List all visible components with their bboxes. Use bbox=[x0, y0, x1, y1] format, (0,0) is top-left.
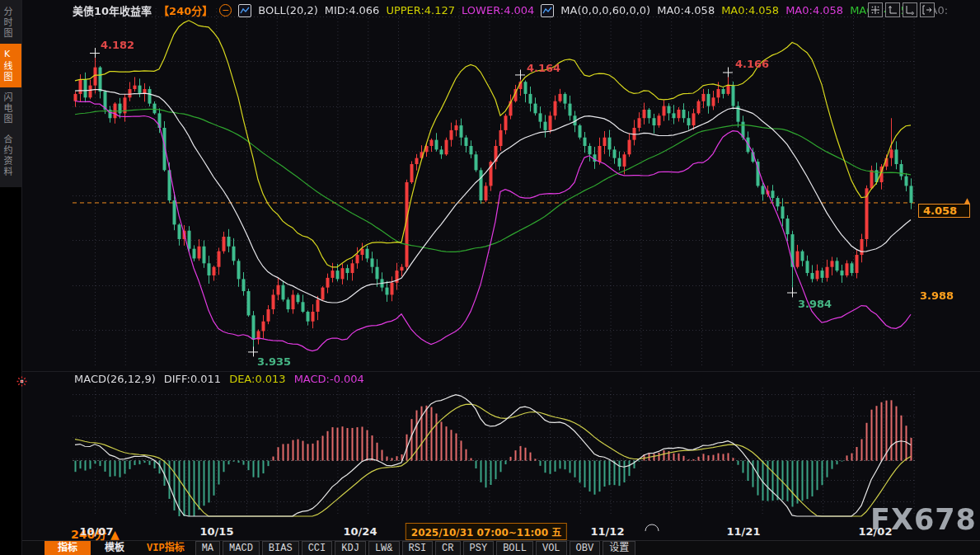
toolbar-item-PSY[interactable]: PSY bbox=[463, 541, 495, 555]
toolbar-item-模板[interactable]: 模板 bbox=[93, 541, 136, 555]
extreme-price-annotation: 3.984 bbox=[798, 298, 832, 310]
extreme-price-annotation: 4.182 bbox=[101, 39, 134, 51]
ma0-yellow-value: MA0:4.058 bbox=[721, 4, 779, 16]
toolbar-item-BIAS[interactable]: BIAS bbox=[262, 541, 299, 555]
crosshair-tool-icon[interactable] bbox=[868, 2, 883, 17]
chart-canvas[interactable] bbox=[0, 0, 980, 555]
reference-price-label: 3.988 bbox=[920, 289, 954, 302]
toolbar-item-指标[interactable]: 指标 bbox=[45, 541, 91, 555]
extreme-price-annotation: 3.935 bbox=[257, 355, 291, 368]
trading-app-window: 分时图K线图闪电图合约资料 美债10年收益率 【240分】 − BOLL(20,… bbox=[0, 0, 980, 555]
pan-right-icon[interactable] bbox=[920, 2, 935, 17]
boll-legend-icon[interactable] bbox=[238, 4, 251, 17]
period-label: 【240分】 bbox=[158, 2, 213, 18]
sidebar-tab-2[interactable]: 闪电图 bbox=[0, 87, 21, 129]
sidebar-tab-0[interactable]: 分时图 bbox=[0, 2, 21, 44]
toolbar-item-OBV[interactable]: OBV bbox=[570, 541, 601, 555]
date-label: 10/24 bbox=[344, 525, 377, 538]
toolbar-item-MACD[interactable]: MACD bbox=[223, 541, 260, 555]
boll-upper-value: UPPER:4.127 bbox=[386, 4, 455, 16]
ma-params: MA(0,0,0,60,0,0) bbox=[560, 4, 650, 16]
watermark: FX678 bbox=[870, 503, 977, 536]
selected-bar-info: 2025/10/31 07:00~11:00 五 bbox=[406, 523, 567, 540]
toolbar-item-VIP指标[interactable]: VIP指标 bbox=[138, 541, 193, 555]
toolbar-item-LW&[interactable]: LW& bbox=[368, 541, 400, 555]
toolbar-item-CCI[interactable]: CCI bbox=[302, 541, 333, 555]
minus-circle-icon[interactable]: − bbox=[219, 4, 232, 16]
ma-legend-icon[interactable] bbox=[541, 4, 554, 17]
sidebar-tabs: 分时图K线图闪电图合约资料 bbox=[0, 0, 21, 187]
boll-params: BOLL(20,2) bbox=[258, 4, 318, 16]
toolbar-item-BOLL[interactable]: BOLL bbox=[496, 541, 533, 555]
macd-header: MACD(26,12,9) DIFF:0.011 DEA:0.013 MACD:… bbox=[74, 373, 364, 385]
extreme-price-annotation: 4.164 bbox=[527, 62, 560, 74]
date-label: 10/15 bbox=[200, 525, 234, 538]
current-price-tag: 4.058 bbox=[918, 204, 970, 218]
panel-collapse-handle[interactable] bbox=[645, 519, 659, 534]
ma0-magenta-value: MA0:4.058 bbox=[785, 4, 843, 16]
toolbar-item-RSI[interactable]: RSI bbox=[402, 541, 434, 555]
macd-params: MACD(26,12,9) bbox=[74, 373, 156, 385]
boll-mid-value: MID:4.066 bbox=[325, 4, 380, 16]
date-label: 10/07 bbox=[80, 525, 114, 538]
indicator-toolbar: 指标模板VIP指标MAMACDBIASCCIKDJLW&RSICRPSYBOLL… bbox=[45, 541, 635, 555]
toolbar-item-KDJ[interactable]: KDJ bbox=[335, 541, 366, 555]
sidebar-tab-1[interactable]: K线图 bbox=[0, 44, 21, 87]
x-axis-scale-icon[interactable] bbox=[903, 2, 917, 17]
toolbar-item-CR[interactable]: CR bbox=[435, 541, 460, 555]
toolbar-item-MA[interactable]: MA bbox=[195, 541, 220, 555]
chart-header: 美债10年收益率 【240分】 − BOLL(20,2) MID:4.066 U… bbox=[73, 2, 948, 18]
chart-tool-icons bbox=[868, 2, 935, 17]
live-indicator-icon bbox=[16, 375, 28, 391]
y-axis-scale-icon[interactable] bbox=[885, 2, 900, 17]
boll-lower-value: LOWER:4.004 bbox=[462, 4, 534, 16]
extreme-price-annotation: 4.166 bbox=[735, 58, 769, 70]
toolbar-item-VOL[interactable]: VOL bbox=[536, 541, 567, 555]
macd-dea-value: DEA:0.013 bbox=[229, 373, 286, 385]
date-label: 11/21 bbox=[727, 525, 761, 538]
instrument-title: 美债10年收益率 bbox=[73, 2, 152, 18]
sidebar: 分时图K线图闪电图合约资料 bbox=[0, 0, 22, 555]
toolbar-item-设置[interactable]: 设置 bbox=[603, 541, 635, 555]
macd-bar-value: MACD:-0.004 bbox=[294, 373, 364, 385]
date-label: 11/12 bbox=[591, 525, 625, 538]
sidebar-tab-3[interactable]: 合约资料 bbox=[0, 129, 21, 182]
ma0-white-value: MA0:4.058 bbox=[657, 4, 715, 16]
macd-diff-value: DIFF:0.011 bbox=[164, 373, 221, 385]
